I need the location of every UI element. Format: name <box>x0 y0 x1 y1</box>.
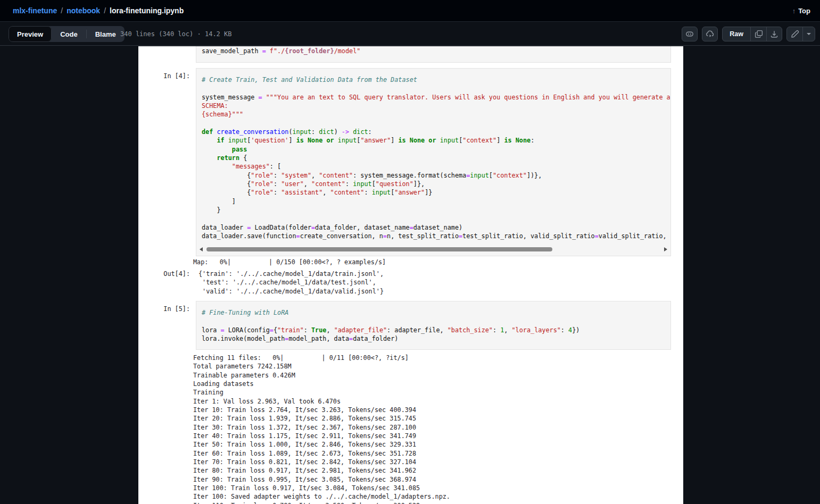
breadcrumb-repo-link[interactable]: mlx-finetune <box>13 6 57 15</box>
pencil-icon <box>791 30 799 38</box>
code-cell-partial-source: save_model_path = f"./{root_folder}/mode… <box>196 46 670 55</box>
scroll-left-arrow[interactable] <box>200 247 203 251</box>
output-out4: {'train': './../.cache/model_1/data/trai… <box>198 270 384 296</box>
breadcrumb: mlx-finetune/notebook/lora-finetuning.ip… <box>13 6 184 15</box>
file-info: 340 lines (340 loc) · 14.2 KB <box>120 22 232 46</box>
code-cell-5: # Fine-Tuning with LoRA lora = LORA(conf… <box>196 301 671 350</box>
scroll-right-arrow[interactable] <box>664 247 667 251</box>
raw-label: Raw <box>723 30 750 38</box>
back-to-top-link[interactable]: ↑ Top <box>792 0 810 21</box>
stream-output-map: Map: 0%| | 0/150 [00:00<?, ? examples/s] <box>193 258 386 266</box>
raw-copy-download-group: Raw <box>722 27 782 41</box>
code-cell-5-source: # Fine-Tuning with LoRA lora = LORA(conf… <box>196 301 670 343</box>
download-icon <box>770 30 778 38</box>
chevron-down-icon <box>806 31 811 37</box>
copilot-button[interactable] <box>682 27 698 41</box>
code-cell-partial: save_model_path = f"./{root_folder}/mode… <box>196 46 671 63</box>
cell-output-prompt: Out[4]: <box>138 270 190 278</box>
breadcrumb-separator: / <box>57 6 67 15</box>
edit-group <box>786 27 815 41</box>
up-arrow-icon: ↑ <box>792 7 796 15</box>
copy-raw-button[interactable] <box>750 27 766 41</box>
code-cell-4: # Create Train, Test and Validation Data… <box>196 68 671 256</box>
tab-code[interactable]: Code <box>52 26 86 42</box>
copilot-icon <box>685 30 694 38</box>
download-raw-button[interactable] <box>766 27 782 41</box>
tab-preview[interactable]: Preview <box>9 26 52 42</box>
raw-button[interactable]: Raw <box>723 27 750 41</box>
breadcrumb-folder-link[interactable]: notebook <box>67 6 100 15</box>
back-to-top-label: Top <box>798 7 810 15</box>
horizontal-scrollbar-thumb[interactable] <box>206 247 552 251</box>
breadcrumb-file-name: lora-finetuning.ipynb <box>110 6 184 15</box>
breadcrumb-separator: / <box>100 6 110 15</box>
edit-button[interactable] <box>787 27 802 41</box>
page-header: mlx-finetune/notebook/lora-finetuning.ip… <box>0 0 820 21</box>
file-toolbar: Preview Code Blame 340 lines (340 loc) ·… <box>0 21 820 46</box>
notebook-preview: save_model_path = f"./{root_folder}/mode… <box>138 46 683 504</box>
toolbar-actions: Raw <box>682 27 815 41</box>
cell-input-prompt: In [4]: <box>138 72 190 80</box>
stream-output-training: Fetching 11 files: 0%| | 0/11 [00:00<?, … <box>193 354 450 504</box>
more-edit-options-button[interactable] <box>802 27 815 41</box>
view-tabs: Preview Code Blame <box>9 26 125 42</box>
cloud-download-icon <box>706 30 714 38</box>
horizontal-scrollbar[interactable] <box>197 246 670 253</box>
open-with-cloud-button[interactable] <box>702 27 718 41</box>
tab-blame[interactable]: Blame <box>87 26 125 42</box>
file-content-area: save_model_path = f"./{root_folder}/mode… <box>0 46 820 504</box>
github-file-page: mlx-finetune/notebook/lora-finetuning.ip… <box>0 0 820 504</box>
copy-icon <box>755 30 763 38</box>
cell-input-prompt: In [5]: <box>138 305 190 313</box>
code-cell-4-source: # Create Train, Test and Validation Data… <box>196 69 670 240</box>
